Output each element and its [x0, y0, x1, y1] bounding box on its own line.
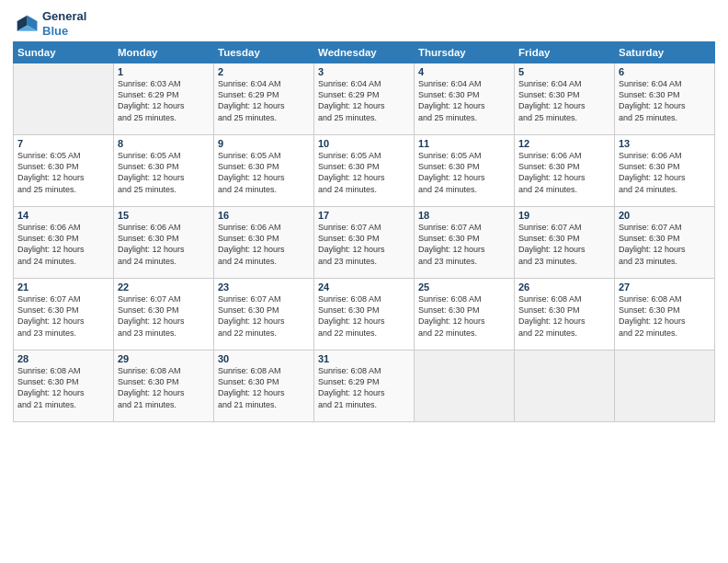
weekday-header-tuesday: Tuesday [214, 42, 314, 63]
calendar-cell: 26Sunrise: 6:08 AM Sunset: 6:30 PM Dayli… [515, 279, 615, 350]
day-number: 12 [518, 138, 610, 149]
day-number: 26 [518, 282, 610, 293]
calendar-cell: 2Sunrise: 6:04 AM Sunset: 6:29 PM Daylig… [214, 63, 314, 135]
day-info: Sunrise: 6:07 AM Sunset: 6:30 PM Dayligh… [418, 222, 510, 267]
day-number: 19 [518, 210, 610, 221]
day-number: 18 [418, 210, 510, 221]
calendar-week-4: 21Sunrise: 6:07 AM Sunset: 6:30 PM Dayli… [14, 279, 715, 350]
weekday-header-friday: Friday [515, 42, 615, 63]
calendar-cell: 7Sunrise: 6:05 AM Sunset: 6:30 PM Daylig… [14, 135, 114, 207]
day-number: 29 [118, 353, 210, 364]
calendar-cell: 1Sunrise: 6:03 AM Sunset: 6:29 PM Daylig… [114, 63, 214, 135]
day-number: 4 [418, 66, 510, 77]
day-info: Sunrise: 6:08 AM Sunset: 6:30 PM Dayligh… [619, 293, 711, 339]
calendar-cell: 20Sunrise: 6:07 AM Sunset: 6:30 PM Dayli… [615, 207, 715, 279]
day-info: Sunrise: 6:05 AM Sunset: 6:30 PM Dayligh… [218, 150, 310, 195]
day-number: 5 [518, 66, 610, 77]
day-info: Sunrise: 6:06 AM Sunset: 6:30 PM Dayligh… [518, 150, 610, 195]
day-info: Sunrise: 6:04 AM Sunset: 6:29 PM Dayligh… [218, 78, 310, 123]
calendar-cell: 27Sunrise: 6:08 AM Sunset: 6:30 PM Dayli… [615, 279, 715, 350]
calendar-cell: 28Sunrise: 6:08 AM Sunset: 6:30 PM Dayli… [14, 350, 114, 422]
calendar-cell [615, 350, 715, 422]
day-info: Sunrise: 6:05 AM Sunset: 6:30 PM Dayligh… [318, 150, 410, 195]
calendar-cell: 21Sunrise: 6:07 AM Sunset: 6:30 PM Dayli… [14, 279, 114, 350]
calendar-cell: 12Sunrise: 6:06 AM Sunset: 6:30 PM Dayli… [515, 135, 615, 207]
weekday-header-row: SundayMondayTuesdayWednesdayThursdayFrid… [14, 42, 715, 63]
day-info: Sunrise: 6:08 AM Sunset: 6:30 PM Dayligh… [218, 365, 310, 410]
day-info: Sunrise: 6:08 AM Sunset: 6:30 PM Dayligh… [418, 293, 510, 339]
weekday-header-saturday: Saturday [615, 42, 715, 63]
day-number: 14 [17, 210, 109, 221]
weekday-header-monday: Monday [114, 42, 214, 63]
day-number: 28 [17, 353, 109, 364]
calendar-cell [14, 63, 114, 135]
day-number: 20 [619, 210, 711, 221]
calendar-cell: 29Sunrise: 6:08 AM Sunset: 6:30 PM Dayli… [114, 350, 214, 422]
calendar-cell: 25Sunrise: 6:08 AM Sunset: 6:30 PM Dayli… [415, 279, 515, 350]
day-number: 11 [418, 138, 510, 149]
calendar-cell: 30Sunrise: 6:08 AM Sunset: 6:30 PM Dayli… [214, 350, 314, 422]
day-info: Sunrise: 6:07 AM Sunset: 6:30 PM Dayligh… [619, 222, 711, 267]
weekday-header-thursday: Thursday [415, 42, 515, 63]
day-info: Sunrise: 6:05 AM Sunset: 6:30 PM Dayligh… [17, 150, 109, 195]
day-info: Sunrise: 6:07 AM Sunset: 6:30 PM Dayligh… [318, 222, 410, 267]
calendar-cell: 19Sunrise: 6:07 AM Sunset: 6:30 PM Dayli… [515, 207, 615, 279]
day-info: Sunrise: 6:08 AM Sunset: 6:30 PM Dayligh… [17, 365, 109, 410]
day-number: 31 [318, 353, 410, 364]
day-number: 27 [619, 282, 711, 293]
day-number: 21 [17, 282, 109, 293]
calendar-cell: 11Sunrise: 6:05 AM Sunset: 6:30 PM Dayli… [415, 135, 515, 207]
calendar-cell: 23Sunrise: 6:07 AM Sunset: 6:30 PM Dayli… [214, 279, 314, 350]
day-info: Sunrise: 6:04 AM Sunset: 6:30 PM Dayligh… [418, 78, 510, 123]
calendar-cell: 14Sunrise: 6:06 AM Sunset: 6:30 PM Dayli… [14, 207, 114, 279]
calendar-week-2: 7Sunrise: 6:05 AM Sunset: 6:30 PM Daylig… [14, 135, 715, 207]
logo: General Blue [13, 9, 86, 38]
header: General Blue [13, 9, 715, 38]
day-number: 24 [318, 282, 410, 293]
day-info: Sunrise: 6:08 AM Sunset: 6:29 PM Dayligh… [318, 365, 410, 410]
day-number: 17 [318, 210, 410, 221]
day-info: Sunrise: 6:07 AM Sunset: 6:30 PM Dayligh… [518, 222, 610, 267]
day-info: Sunrise: 6:07 AM Sunset: 6:30 PM Dayligh… [218, 293, 310, 339]
calendar-week-3: 14Sunrise: 6:06 AM Sunset: 6:30 PM Dayli… [14, 207, 715, 279]
day-info: Sunrise: 6:08 AM Sunset: 6:30 PM Dayligh… [518, 293, 610, 339]
calendar-cell: 6Sunrise: 6:04 AM Sunset: 6:30 PM Daylig… [615, 63, 715, 135]
day-number: 9 [218, 138, 310, 149]
day-number: 6 [619, 66, 711, 77]
day-number: 23 [218, 282, 310, 293]
day-number: 30 [218, 353, 310, 364]
page-container: General Blue SundayMondayTuesdayWednesda… [0, 0, 728, 431]
day-number: 25 [418, 282, 510, 293]
day-number: 16 [218, 210, 310, 221]
day-info: Sunrise: 6:06 AM Sunset: 6:30 PM Dayligh… [17, 222, 109, 267]
calendar-cell: 31Sunrise: 6:08 AM Sunset: 6:29 PM Dayli… [314, 350, 415, 422]
calendar-cell: 5Sunrise: 6:04 AM Sunset: 6:30 PM Daylig… [515, 63, 615, 135]
weekday-header-wednesday: Wednesday [314, 42, 415, 63]
day-info: Sunrise: 6:07 AM Sunset: 6:30 PM Dayligh… [118, 293, 210, 339]
day-info: Sunrise: 6:05 AM Sunset: 6:30 PM Dayligh… [418, 150, 510, 195]
day-info: Sunrise: 6:06 AM Sunset: 6:30 PM Dayligh… [619, 150, 711, 195]
calendar-table: SundayMondayTuesdayWednesdayThursdayFrid… [13, 41, 715, 422]
calendar-cell: 18Sunrise: 6:07 AM Sunset: 6:30 PM Dayli… [415, 207, 515, 279]
logo-line2: Blue [42, 24, 86, 39]
calendar-cell [515, 350, 615, 422]
calendar-cell: 8Sunrise: 6:05 AM Sunset: 6:30 PM Daylig… [114, 135, 214, 207]
calendar-week-1: 1Sunrise: 6:03 AM Sunset: 6:29 PM Daylig… [14, 63, 715, 135]
calendar-cell [415, 350, 515, 422]
weekday-header-sunday: Sunday [14, 42, 114, 63]
logo-icon [13, 11, 39, 37]
logo-line1: General [42, 9, 86, 24]
day-info: Sunrise: 6:06 AM Sunset: 6:30 PM Dayligh… [218, 222, 310, 267]
day-info: Sunrise: 6:05 AM Sunset: 6:30 PM Dayligh… [118, 150, 210, 195]
day-info: Sunrise: 6:04 AM Sunset: 6:30 PM Dayligh… [619, 78, 711, 123]
calendar-cell: 22Sunrise: 6:07 AM Sunset: 6:30 PM Dayli… [114, 279, 214, 350]
day-number: 7 [17, 138, 109, 149]
day-number: 2 [218, 66, 310, 77]
calendar-week-5: 28Sunrise: 6:08 AM Sunset: 6:30 PM Dayli… [14, 350, 715, 422]
day-number: 10 [318, 138, 410, 149]
day-number: 13 [619, 138, 711, 149]
calendar-cell: 4Sunrise: 6:04 AM Sunset: 6:30 PM Daylig… [415, 63, 515, 135]
day-info: Sunrise: 6:07 AM Sunset: 6:30 PM Dayligh… [17, 293, 109, 339]
calendar-cell: 17Sunrise: 6:07 AM Sunset: 6:30 PM Dayli… [314, 207, 415, 279]
day-number: 1 [118, 66, 210, 77]
